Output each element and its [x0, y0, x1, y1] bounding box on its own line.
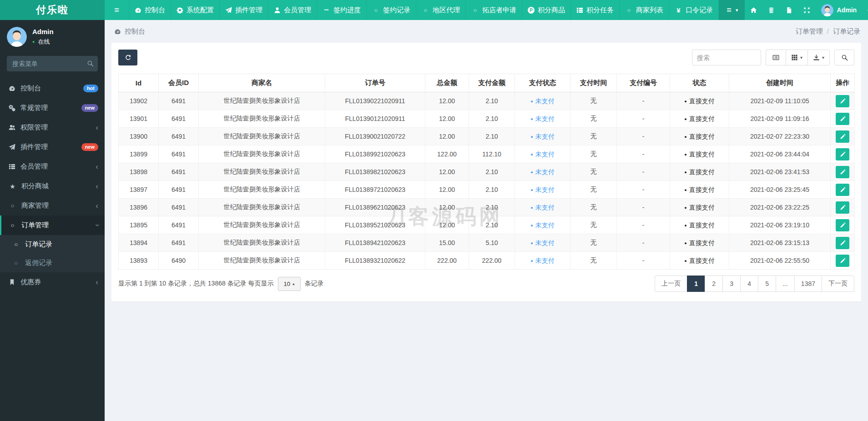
- sidebar-item-orders[interactable]: ○订单管理‹: [0, 216, 105, 235]
- sidebar-username: Admin: [32, 28, 54, 35]
- edit-button[interactable]: [836, 237, 849, 249]
- edit-button[interactable]: [836, 201, 849, 214]
- edit-button[interactable]: [836, 113, 849, 125]
- menu-dropdown-toggle[interactable]: ≡ ▾: [719, 0, 745, 20]
- cell-created: 2021-02-09 11:09:16: [729, 110, 831, 128]
- edit-button[interactable]: [836, 184, 849, 196]
- page-prev-button[interactable]: 上一页: [655, 276, 687, 292]
- column-header-0[interactable]: Id: [119, 74, 159, 92]
- nav-item-dashboard[interactable]: 控制台: [129, 0, 171, 20]
- sidebar-item-members[interactable]: 会员管理‹: [0, 157, 105, 176]
- column-header-2[interactable]: 商家名: [199, 74, 325, 92]
- users-icon: [9, 124, 15, 131]
- nav-item-points-tasks[interactable]: 积分任务: [571, 0, 620, 20]
- cell-merchant: 世纪陆壹捌美妆形象设计店: [199, 128, 325, 145]
- sidebar-toggle-button[interactable]: ≡: [105, 0, 129, 20]
- nav-item-merchant-list[interactable]: ○商家列表: [620, 0, 669, 20]
- settings-button[interactable]: [862, 0, 868, 20]
- refresh-button[interactable]: [118, 50, 137, 65]
- edit-button[interactable]: [836, 255, 849, 267]
- home-button[interactable]: [745, 0, 762, 20]
- search-toggle-button[interactable]: [834, 50, 854, 65]
- brand-logo[interactable]: 付乐啦: [0, 0, 105, 20]
- edit-button[interactable]: [836, 95, 849, 107]
- submenu-orders: ○订单记录○返佣记录: [0, 235, 105, 272]
- nav-item-label: 系统配置: [187, 6, 214, 15]
- cell-paid: 5.10: [469, 234, 515, 252]
- table-search-input[interactable]: [692, 50, 761, 65]
- column-header-10[interactable]: 创建时间: [729, 74, 831, 92]
- nav-item-points-goods[interactable]: P积分商品: [522, 0, 571, 20]
- sidebar-item-auth[interactable]: 权限管理‹: [0, 118, 105, 137]
- table-row: 138986491世纪陆壹捌美妆形象设计店FLL0138982102062312…: [119, 163, 855, 181]
- page-button-1[interactable]: 1: [687, 276, 705, 292]
- fullscreen-button[interactable]: [798, 0, 816, 20]
- sidebar-item-addons[interactable]: 插件管理new: [0, 137, 105, 157]
- table-row: 138956491世纪陆壹捌美妆形象设计店FLL0138952102062312…: [119, 216, 855, 234]
- nav-item-system-config[interactable]: 系统配置: [171, 0, 220, 20]
- detail-view-button[interactable]: [766, 50, 786, 65]
- nav-item-sign-records[interactable]: ○签约记录: [367, 0, 416, 20]
- page-size-select[interactable]: 10 ▴: [278, 277, 301, 291]
- sidebar-item-rebate-records[interactable]: ○返佣记录: [0, 254, 105, 272]
- page-button-4[interactable]: 4: [740, 276, 758, 292]
- user-menu[interactable]: Admin: [816, 0, 863, 20]
- sidebar-item-merchants[interactable]: ○商家管理‹: [0, 196, 105, 216]
- sidebar-item-points-mall[interactable]: ★积分商城‹: [0, 176, 105, 196]
- cell-actions: [831, 128, 855, 145]
- nav-item-password-records[interactable]: ¥口令记录: [669, 0, 719, 20]
- nav-item-member-management[interactable]: 会员管理: [268, 0, 317, 20]
- cell-paid: 112.10: [469, 145, 515, 163]
- column-header-7[interactable]: 支付时间: [570, 74, 617, 92]
- sidebar-item-dashboard[interactable]: 控制台hot: [0, 79, 105, 98]
- sidebar-item-order-records[interactable]: ○订单记录: [0, 235, 105, 254]
- edit-button[interactable]: [836, 166, 849, 178]
- cell-created: 2021-02-06 22:55:50: [729, 252, 831, 270]
- clear-cache-button[interactable]: [762, 0, 780, 20]
- search-icon[interactable]: [87, 60, 94, 67]
- sidebar-item-coupons[interactable]: 优惠券‹: [0, 272, 105, 292]
- nav-item-region-agents[interactable]: ○地区代理: [416, 0, 466, 20]
- column-header-4[interactable]: 总金额: [425, 74, 469, 92]
- export-button[interactable]: ▾: [807, 50, 830, 65]
- sidebar-item-label: 优惠券: [20, 278, 91, 286]
- list-alt-icon: [772, 54, 779, 61]
- docs-button[interactable]: [780, 0, 798, 20]
- column-header-11[interactable]: 操作: [831, 74, 855, 92]
- cell-pay-time: 无: [570, 92, 617, 110]
- column-header-3[interactable]: 订单号: [325, 74, 425, 92]
- edit-button[interactable]: [836, 130, 849, 143]
- cell-total: 122.00: [425, 145, 469, 163]
- pencil-icon: [840, 98, 846, 104]
- status-dot-icon: ●: [530, 99, 533, 104]
- column-header-9[interactable]: 状态: [670, 74, 729, 92]
- toolbar-right: ▾ ▾: [692, 50, 854, 65]
- page-next-button[interactable]: 下一页: [822, 276, 854, 292]
- nav-item-sign-progress[interactable]: •••签约进度: [317, 0, 367, 20]
- columns-button[interactable]: ▾: [786, 50, 807, 65]
- column-header-8[interactable]: 支付编号: [617, 74, 670, 92]
- edit-button[interactable]: [836, 148, 849, 160]
- page-button-5[interactable]: 5: [758, 276, 776, 292]
- sidebar-item-general[interactable]: 常规管理new: [0, 98, 105, 118]
- sidebar-item-label: 商家管理: [21, 201, 91, 210]
- nav-item-plugin-management[interactable]: 插件管理: [220, 0, 268, 20]
- edit-button[interactable]: [836, 219, 849, 231]
- nav-item-store-applications[interactable]: ○拓店者申请: [466, 0, 522, 20]
- view-buttons: ▾ ▾: [766, 50, 830, 65]
- column-header-5[interactable]: 支付金额: [469, 74, 515, 92]
- column-header-1[interactable]: 会员ID: [159, 74, 199, 92]
- pencil-icon: [840, 222, 846, 228]
- breadcrumb[interactable]: 控制台: [114, 27, 145, 36]
- page-button-3[interactable]: 3: [722, 276, 741, 292]
- cell-order-no: FLL01389821020623: [325, 163, 425, 181]
- cell-member-id: 6491: [159, 92, 199, 110]
- page-ellipsis[interactable]: ...: [776, 276, 795, 292]
- trash-icon: [768, 7, 775, 14]
- page-button-1387[interactable]: 1387: [794, 276, 822, 292]
- sidebar-search-input[interactable]: [7, 56, 98, 71]
- page-button-2[interactable]: 2: [705, 276, 723, 292]
- online-status: ● 在线: [32, 38, 54, 46]
- column-header-6[interactable]: 支付状态: [515, 74, 570, 92]
- nav-item-label: 积分任务: [586, 6, 614, 15]
